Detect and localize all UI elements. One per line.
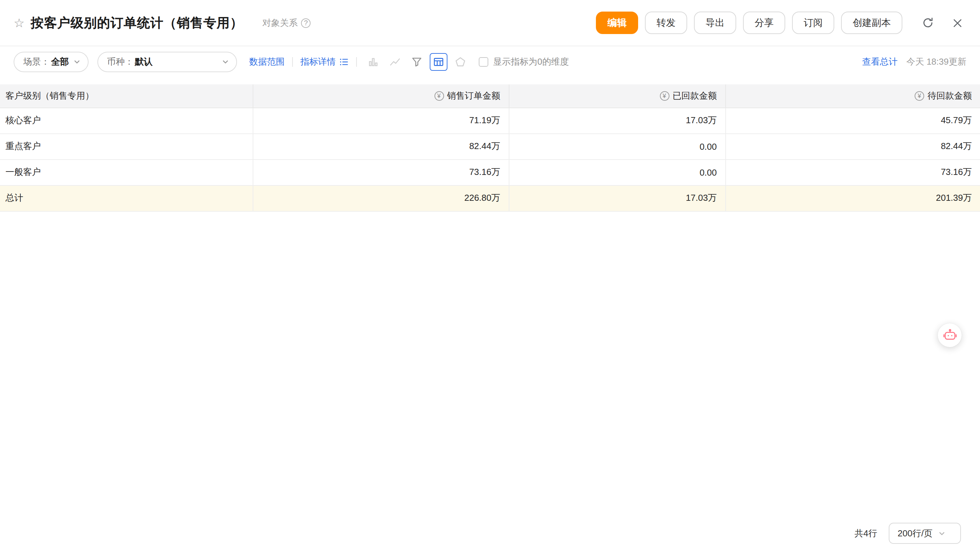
chevron-down-icon [222, 59, 229, 65]
total-row-label: 总计 [0, 185, 253, 211]
favorite-star-icon[interactable]: ☆ [14, 17, 24, 29]
page-header: ☆ 按客户级别的订单统计（销售专用） 对象关系 ? 编辑 转发 导出 分享 订阅… [0, 0, 980, 46]
chevron-down-icon [73, 59, 80, 65]
cell-value: 45.79万 [725, 108, 980, 133]
table-total-row: 总计 226.80万 17.03万 201.39万 [0, 185, 980, 211]
cell-value: 73.16万 [725, 159, 980, 185]
refresh-icon[interactable] [919, 14, 936, 32]
report-toolbar: 场景： 全部 币种： 默认 数据范围 指标详情 [0, 46, 980, 78]
header-actions: 编辑 转发 导出 分享 订阅 创建副本 [596, 11, 966, 34]
table-row: 一般客户 73.16万 0.00 73.16万 [0, 159, 980, 185]
chart-type-switcher [364, 53, 469, 71]
currency-label: 币种： [107, 56, 134, 68]
report-page: ☆ 按客户级别的订单统计（销售专用） 对象关系 ? 编辑 转发 导出 分享 订阅… [0, 0, 980, 552]
pagination-bar: 共4行 200行/页 [855, 523, 961, 544]
bar-chart-icon[interactable] [364, 53, 382, 71]
currency-metric-icon: ¥ [915, 91, 924, 101]
show-zero-dimension-label: 显示指标为0的维度 [493, 56, 569, 68]
column-header-customer-level[interactable]: 客户级别（销售专用） [0, 84, 253, 108]
cell-value: 71.19万 [253, 108, 509, 133]
gauge-chart-icon[interactable] [452, 53, 469, 71]
report-table: 客户级别（销售专用） ¥ 销售订单金额 ¥ 已回款金额 [0, 84, 980, 211]
page-size-value: 200行/页 [897, 527, 933, 539]
page-size-select[interactable]: 200行/页 [889, 523, 961, 544]
duplicate-button[interactable]: 创建副本 [841, 11, 902, 34]
divider [356, 57, 357, 67]
total-cell-value: 201.39万 [725, 185, 980, 211]
line-chart-icon[interactable] [386, 53, 404, 71]
cell-value: 17.03万 [509, 108, 725, 133]
page-title: 按客户级别的订单统计（销售专用） [31, 14, 243, 32]
chevron-down-icon [939, 530, 946, 537]
scene-label: 场景： [23, 56, 50, 68]
metric-detail-link[interactable]: 指标详情 [300, 56, 349, 68]
object-relation-label: 对象关系 [262, 17, 298, 29]
table-header-row: 客户级别（销售专用） ¥ 销售订单金额 ¥ 已回款金额 [0, 84, 980, 108]
last-updated-text: 今天 18:39更新 [907, 56, 966, 68]
funnel-icon[interactable] [408, 53, 426, 71]
column-header-pending-amount[interactable]: ¥ 待回款金额 [725, 84, 980, 108]
help-icon[interactable]: ? [301, 18, 310, 28]
cell-value: 0.00 [509, 159, 725, 185]
forward-button[interactable]: 转发 [645, 11, 687, 34]
metric-detail-label: 指标详情 [300, 56, 336, 68]
currency-value: 默认 [135, 56, 217, 68]
total-cell-value: 17.03万 [509, 185, 725, 211]
scene-select[interactable]: 场景： 全部 [14, 52, 89, 72]
object-relation-link[interactable]: 对象关系 ? [262, 17, 310, 29]
cell-value: 73.16万 [253, 159, 509, 185]
row-label: 核心客户 [0, 108, 253, 133]
currency-metric-icon: ¥ [660, 91, 669, 101]
cell-value: 82.44万 [725, 133, 980, 159]
share-button[interactable]: 分享 [743, 11, 785, 34]
cell-value: 82.44万 [253, 133, 509, 159]
column-header-sales-order-amount[interactable]: ¥ 销售订单金额 [253, 84, 509, 108]
show-zero-dimension-toggle[interactable]: 显示指标为0的维度 [479, 56, 569, 68]
list-icon [339, 57, 349, 67]
row-label: 一般客户 [0, 159, 253, 185]
currency-select[interactable]: 币种： 默认 [97, 52, 237, 72]
table-view-icon[interactable] [430, 53, 447, 71]
export-button[interactable]: 导出 [694, 11, 736, 34]
row-label: 重点客户 [0, 133, 253, 159]
scene-value: 全部 [51, 56, 69, 68]
row-count-text: 共4行 [855, 527, 877, 539]
currency-metric-icon: ¥ [434, 91, 444, 101]
cell-value: 0.00 [509, 133, 725, 159]
table-row: 核心客户 71.19万 17.03万 45.79万 [0, 108, 980, 133]
view-total-link[interactable]: 查看总计 [862, 56, 897, 68]
subscribe-button[interactable]: 订阅 [792, 11, 834, 34]
total-cell-value: 226.80万 [253, 185, 509, 211]
checkbox-unchecked-icon[interactable] [479, 57, 488, 67]
robot-icon [942, 328, 957, 343]
column-header-received-amount[interactable]: ¥ 已回款金额 [509, 84, 725, 108]
data-range-link[interactable]: 数据范围 [249, 56, 285, 68]
table-row: 重点客户 82.44万 0.00 82.44万 [0, 133, 980, 159]
ai-assistant-button[interactable] [938, 323, 962, 347]
divider [292, 57, 293, 67]
edit-button[interactable]: 编辑 [596, 11, 638, 34]
close-icon[interactable] [949, 14, 966, 32]
